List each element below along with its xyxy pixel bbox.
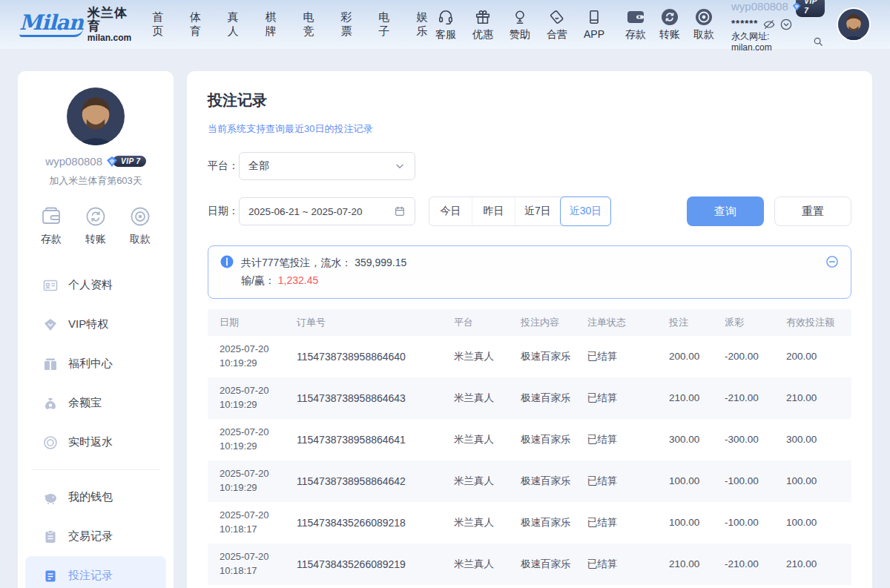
wallet-outline-icon [40,205,62,228]
magnifier-icon[interactable] [813,36,825,48]
page-title: 投注记录 [208,90,851,110]
col-header-content: 投注内容 [519,316,586,329]
query-button[interactable]: 查询 [687,196,764,226]
platform-filter-row: 平台： 全部 [208,152,851,180]
sidebar-item-rebate[interactable]: 实时返水 [25,423,166,462]
sidebar-menu: 个人资料 VIP特权 福利中心 余额宝 [18,265,174,588]
quick-date-30days[interactable]: 近30日 [560,196,612,226]
loss-label: 输/赢： [241,274,278,286]
sidebar-deposit-button[interactable]: 存款 [40,205,62,246]
quick-date-7days[interactable]: 近7日 [515,197,561,225]
sidebar-item-transactions[interactable]: 交易记录 [25,517,166,556]
brand-logo[interactable]: Milan 米兰体育 milan.com [19,7,131,42]
bet-records-table: 日期 订单号 平台 投注内容 注单状态 投注 派彩 有效投注额 2025-07-… [208,309,851,585]
sidebar-transfer-button[interactable]: 转账 [85,205,107,246]
partner-button[interactable]: 合营 [544,8,570,42]
bet-records-panel: 投注记录 当前系统支持查询最近30日的投注记录 平台： 全部 日期： 2025-… [187,71,872,588]
col-header-payout: 派彩 [723,316,785,329]
deposit-button[interactable]: 存款 [623,8,648,42]
nav-item-esports[interactable]: 电竞 [303,10,320,39]
transfer-button[interactable]: 转账 [657,8,682,42]
sidebar-withdraw-button[interactable]: 取款 [129,205,151,246]
table-row: 2025-07-2010:18:17 1154738435266089219 米… [208,544,851,585]
table-row: 2025-07-2010:19:29 1154738738958864640 米… [208,336,851,377]
sidebar-quick-actions: 存款 转账 取款 [18,205,174,246]
money-bag-icon [43,396,58,411]
nav-item-slots[interactable]: 电子 [378,10,395,39]
nav-item-lottery[interactable]: 彩票 [340,10,357,39]
main-nav: 首页 体育 真人 棋牌 电竞 彩票 电子 娱乐 [152,10,433,39]
col-header-date: 日期 [208,316,295,329]
transfer-dark-icon [660,8,679,26]
brand-logo-script: Milan [19,13,83,37]
sidebar-item-profile[interactable]: 个人资料 [25,265,166,305]
permanent-url: 永久网址: milan.com [731,31,811,53]
sidebar-item-wallet[interactable]: 我的钱包 [25,478,166,517]
quick-date-group: 今日 昨日 近7日 近30日 [429,196,611,226]
withdraw-button[interactable]: 取款 [691,8,716,42]
avatar[interactable] [837,7,871,42]
rebate-circle-icon [43,435,58,450]
summary-banner: 共计777笔投注，流水： 359,999.15 输/赢： 1,232.45 [208,245,851,299]
quick-date-yesterday[interactable]: 昨日 [472,197,515,225]
sidebar-username: wyp080808 [45,155,102,168]
table-header-row: 日期 订单号 平台 投注内容 注单状态 投注 派彩 有效投注额 [208,309,851,336]
eye-off-icon[interactable] [763,19,775,30]
quick-date-today[interactable]: 今日 [429,197,472,225]
sidebar-avatar[interactable] [67,87,125,145]
calendar-icon [394,205,406,217]
summary-total: 共计777笔投注，流水： 359,999.15 [241,254,825,272]
vip-badge[interactable]: VIP 7 [792,0,825,17]
gem-icon [792,1,801,13]
user-info-block: wyp080808 VIP 7 ****** 永久网址: milan.com [731,0,825,53]
platform-label: 平台： [208,159,239,173]
nav-item-cards[interactable]: 棋牌 [266,10,283,39]
sponsor-button[interactable]: 赞助 [507,8,533,42]
table-row: 2025-07-2010:19:29 1154738738958864642 米… [208,460,851,502]
summary-loss: 输/赢： 1,232.45 [241,272,825,290]
nav-item-home[interactable]: 首页 [152,10,169,39]
col-header-bet: 投注 [668,316,723,329]
topbar: Milan 米兰体育 milan.com 首页 体育 真人 棋牌 电竞 彩票 电… [0,0,890,49]
username: wyp080808 [731,0,788,13]
page-subtitle: 当前系统支持查询最近30日的投注记录 [208,122,851,136]
sidebar: wyp080808 VIP 7 加入米兰体育第603天 存款 转账 [18,71,174,588]
col-header-order: 订单号 [295,316,452,329]
vip-diamond-icon [43,317,58,332]
table-row: 2025-07-2010:19:29 1154738738958864643 米… [208,377,851,419]
chevron-down-icon [394,160,406,172]
topbar-wallet-actions: 存款 转账 取款 [623,8,716,42]
minus-circle-icon[interactable] [825,255,839,268]
welfare-gift-icon [43,357,58,371]
gift-icon [474,8,492,26]
withdraw-dark-icon [694,8,713,26]
nav-item-sports[interactable]: 体育 [190,10,207,39]
sidebar-vip-badge[interactable]: VIP 7 [106,156,146,168]
nav-item-live[interactable]: 真人 [228,10,245,39]
topbar-actions: 客服 优惠 赞助 合营 [433,8,607,42]
chevron-circle-icon[interactable] [780,19,792,30]
col-header-status: 注单状态 [586,316,668,329]
balance-mask: ****** [731,18,758,30]
nav-item-entertainment[interactable]: 娱乐 [416,10,433,39]
promo-button[interactable]: 优惠 [470,8,495,42]
filter-buttons: 查询 重置 [687,196,851,226]
sidebar-item-welfare[interactable]: 福利中心 [25,344,166,383]
handshake-icon [548,8,566,26]
clipboard-icon [43,529,58,544]
platform-select[interactable]: 全部 [239,152,415,180]
service-button[interactable]: 客服 [433,8,458,42]
sidebar-item-yuebao[interactable]: 余额宝 [25,383,166,423]
col-header-platform: 平台 [452,316,519,329]
brand-logo-text: 米兰体育 milan.com [88,7,131,42]
sidebar-item-vip[interactable]: VIP特权 [25,305,166,344]
date-range-input[interactable]: 2025-06-21 ~ 2025-07-20 [239,197,415,225]
piggy-bank-icon [43,490,58,505]
table-row: 2025-07-2010:19:29 1154738738958864641 米… [208,419,851,460]
app-button[interactable]: APP [581,8,607,42]
table-row: 2025-07-2010:18:17 1154738435266089218 米… [208,502,851,544]
transfer-outline-icon [85,205,107,228]
reset-button[interactable]: 重置 [774,196,851,226]
headset-icon [437,8,455,26]
sidebar-item-bet-records[interactable]: 投注记录 [25,556,166,588]
